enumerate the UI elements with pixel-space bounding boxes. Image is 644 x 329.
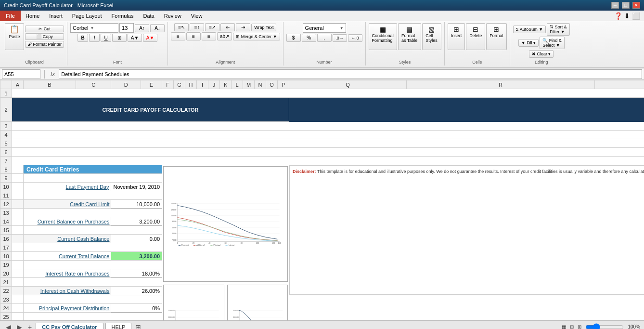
number-format-box[interactable]: General ▼ — [303, 23, 346, 33]
format-btn[interactable]: ⊞ Format — [486, 23, 507, 50]
sort-filter-btn[interactable]: ⇅ Sort &Filter ▼ — [547, 23, 570, 36]
increase-font-btn[interactable]: A↑ — [135, 24, 149, 32]
close-btn[interactable]: ✕ — [632, 2, 640, 9]
prev-sheet-btn[interactable]: ◀ — [4, 323, 13, 329]
col-header-p[interactable]: P — [278, 80, 289, 89]
col-header-s[interactable]: S — [594, 80, 644, 89]
bold-button[interactable]: B — [77, 34, 88, 42]
orient-btn[interactable]: ab↗ — [217, 32, 232, 40]
col-header-f[interactable]: F — [162, 80, 174, 89]
page-break-view-btn[interactable]: ⊞ — [578, 324, 581, 329]
insert-menu[interactable]: Insert — [44, 11, 67, 21]
indent-increase-btn[interactable]: ⇥ — [236, 23, 250, 31]
expand-btn[interactable]: ⬇ — [624, 12, 630, 20]
underline-button[interactable]: U — [101, 34, 111, 42]
insert-btn[interactable]: ⊞ Insert — [448, 23, 465, 50]
col-header-m[interactable]: M — [243, 80, 255, 89]
sheet-area[interactable]: A B C D E F G H I J K L M N O P Q — [0, 80, 644, 320]
col-header-r[interactable]: R — [407, 80, 594, 89]
help-btn[interactable]: ❓ — [614, 12, 622, 20]
font-color-button[interactable]: A▼ — [143, 34, 157, 42]
sheet-scroll-btn[interactable]: ⊞ — [133, 323, 143, 329]
delete-btn[interactable]: ⊟ Delete — [466, 23, 485, 50]
current-balance-purchases-value[interactable]: 3,200.00 — [111, 217, 162, 226]
align-top-left-btn[interactable]: ≡↖ — [174, 23, 189, 31]
decrease-decimal-btn[interactable]: ←.0 — [348, 34, 362, 42]
svg-text:40.00: 40.00 — [172, 233, 176, 235]
align-top-right-btn[interactable]: ≡↗ — [205, 23, 219, 31]
principal-distribution-value[interactable]: 0% — [111, 304, 162, 313]
format-as-table-btn[interactable]: ▤ Formatas Table — [398, 23, 421, 50]
percent-btn[interactable]: % — [302, 34, 316, 42]
align-top-center-btn[interactable]: ≡↑ — [190, 23, 204, 31]
conditional-formatting-btn[interactable]: ▦ ConditionalFormatting — [369, 23, 397, 50]
normal-view-btn[interactable]: ▦ — [562, 324, 566, 329]
help-tab[interactable]: HELP — [105, 323, 132, 329]
formula-input[interactable] — [59, 69, 642, 79]
credit-limit-value[interactable]: 10,000.00 — [111, 200, 162, 209]
main-chart: 140.00 120.00 100.00 80.00 60.00 40.00 2… — [163, 166, 288, 282]
col-header-q[interactable]: Q — [289, 80, 407, 89]
col-header-n[interactable]: N — [255, 80, 266, 89]
align-left-btn[interactable]: ≡ — [171, 32, 185, 40]
home-menu[interactable]: Home — [21, 11, 44, 21]
current-cash-balance-value[interactable]: 0.00 — [111, 235, 162, 243]
col-header-i[interactable]: I — [197, 80, 208, 89]
font-size-box[interactable]: 13 — [119, 23, 134, 33]
comma-btn[interactable]: , — [317, 34, 332, 42]
decrease-font-btn[interactable]: A↓ — [150, 24, 165, 32]
col-header-j[interactable]: J — [208, 80, 220, 89]
minimize-btn[interactable]: ─ — [611, 2, 619, 9]
interest-cash-withdrawals-value[interactable]: 26.00% — [111, 287, 162, 295]
col-header-b[interactable]: B — [24, 80, 76, 89]
cut-button[interactable]: ✂ Cut — [25, 26, 64, 32]
zoom-slider[interactable] — [585, 323, 624, 329]
insert-icon: ⊞ — [453, 26, 459, 33]
interest-rate-purchases-value[interactable]: 18.00% — [111, 269, 162, 278]
file-menu[interactable]: File — [0, 11, 21, 21]
col-header-d[interactable]: D — [111, 80, 141, 89]
find-select-btn[interactable]: 🔍 Find &Select ▼ — [540, 37, 565, 49]
align-center-btn[interactable]: ≡ — [186, 32, 201, 40]
align-right-btn[interactable]: ≡ — [202, 32, 216, 40]
fill-color-button[interactable]: A▼ — [128, 34, 142, 42]
data-menu[interactable]: Data — [138, 11, 159, 21]
col-header-c[interactable]: C — [76, 80, 111, 89]
copy-button[interactable]: ⬜ Copy — [25, 33, 64, 40]
col-header-g[interactable]: G — [174, 80, 185, 89]
currency-btn[interactable]: $ — [286, 34, 301, 42]
col-header-h[interactable]: H — [185, 80, 197, 89]
fullscreen-btn[interactable]: ⬜ — [632, 12, 640, 20]
merge-center-btn[interactable]: ⊞ Merge & Center ▼ — [233, 33, 280, 40]
col-header-o[interactable]: O — [266, 80, 278, 89]
clear-btn[interactable]: ✖ Clear ▾ — [529, 50, 554, 58]
page-layout-menu[interactable]: Page Layout — [67, 11, 107, 21]
cell-ref-input[interactable] — [2, 69, 40, 79]
maximize-btn[interactable]: □ — [622, 2, 630, 9]
next-sheet-btn[interactable]: ▶ — [15, 323, 24, 329]
col-header-e[interactable]: E — [141, 80, 162, 89]
col-header-k[interactable]: K — [220, 80, 232, 89]
italic-button[interactable]: I — [89, 34, 100, 42]
fill-btn[interactable]: ▼ Fill ▾ — [518, 39, 539, 47]
autosum-btn[interactable]: Σ AutoSum ▼ — [513, 26, 546, 33]
col-header-l[interactable]: L — [232, 80, 243, 89]
view-menu[interactable]: View — [186, 11, 207, 21]
cell-styles-btn[interactable]: ▧ CellStyles — [422, 23, 441, 50]
font-name-box[interactable]: Corbel ▼ — [70, 23, 118, 33]
wrap-text-btn[interactable]: Wrap Text — [251, 24, 276, 31]
page-layout-view-btn[interactable]: ⊟ — [570, 324, 574, 329]
format-painter-button[interactable]: 🖌 Format Painter — [25, 41, 64, 48]
window-controls[interactable]: ─ □ ✕ — [611, 2, 640, 9]
review-menu[interactable]: Review — [159, 11, 186, 21]
cc-payoff-tab[interactable]: CC Pay Off Calculator — [36, 323, 103, 329]
increase-decimal-btn[interactable]: .0→ — [333, 34, 347, 42]
indent-decrease-btn[interactable]: ⇤ — [220, 23, 235, 31]
border-button[interactable]: ⊞ — [112, 34, 127, 42]
add-sheet-btn[interactable]: + — [26, 323, 34, 329]
col-header-a[interactable]: A — [12, 80, 24, 89]
empty17b — [24, 243, 162, 252]
formulas-menu[interactable]: Formulas — [107, 11, 139, 21]
last-payment-value[interactable]: November 19, 2010 — [111, 183, 162, 191]
paste-button[interactable]: 📋 Paste — [5, 23, 24, 50]
